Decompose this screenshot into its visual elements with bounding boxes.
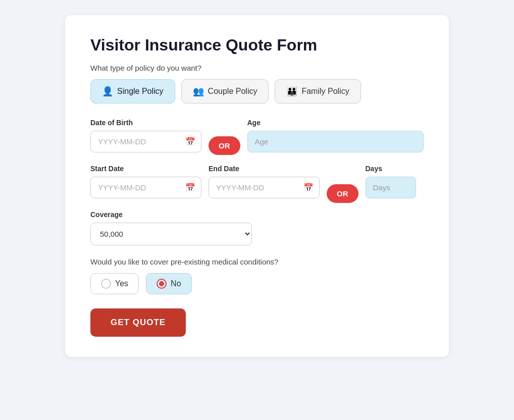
end-date-input[interactable] bbox=[209, 177, 320, 198]
radio-circle-yes bbox=[101, 279, 111, 289]
preexisting-question: Would you like to cover pre-existing med… bbox=[90, 257, 424, 266]
age-group: Age bbox=[247, 119, 424, 152]
family-person-icon: 👪 bbox=[286, 86, 297, 97]
couple-policy-label: Couple Policy bbox=[208, 87, 258, 96]
family-policy-label: Family Policy bbox=[301, 87, 349, 96]
dates-section: Start Date 📅 End Date 📅 OR Days bbox=[90, 165, 424, 198]
days-label: Days bbox=[366, 165, 416, 173]
dob-group: Date of Birth 📅 bbox=[90, 119, 201, 152]
start-date-input[interactable] bbox=[90, 177, 201, 198]
single-person-icon: 👤 bbox=[102, 86, 113, 97]
policy-btn-family[interactable]: 👪 Family Policy bbox=[275, 79, 361, 103]
couple-person-icon: 👥 bbox=[193, 86, 204, 97]
coverage-label: Coverage bbox=[90, 211, 424, 219]
policy-button-group: 👤 Single Policy 👥 Couple Policy 👪 Family… bbox=[90, 79, 424, 103]
dob-or-badge-wrapper: OR bbox=[209, 141, 240, 152]
form-title: Visitor Insurance Quote Form bbox=[90, 35, 424, 55]
end-date-wrapper: 📅 bbox=[209, 177, 320, 198]
dob-input-wrapper: 📅 bbox=[90, 131, 201, 152]
end-date-label: End Date bbox=[209, 165, 320, 173]
coverage-select[interactable]: 50,000 100,000 150,000 200,000 500,000 bbox=[90, 223, 252, 245]
get-quote-button[interactable]: GET QUOTE bbox=[90, 308, 186, 337]
policy-btn-couple[interactable]: 👥 Couple Policy bbox=[181, 79, 269, 103]
radio-option-no[interactable]: No bbox=[146, 273, 191, 294]
dob-age-row: Date of Birth 📅 OR Age bbox=[90, 119, 424, 152]
form-card: Visitor Insurance Quote Form What type o… bbox=[65, 15, 449, 357]
days-input[interactable] bbox=[366, 177, 416, 198]
start-date-group: Start Date 📅 bbox=[90, 165, 201, 198]
dob-input[interactable] bbox=[90, 131, 201, 152]
start-date-label: Start Date bbox=[90, 165, 201, 173]
start-date-wrapper: 📅 bbox=[90, 177, 201, 198]
radio-circle-no bbox=[157, 279, 167, 289]
dates-row: Start Date 📅 End Date 📅 OR Days bbox=[90, 165, 424, 198]
preexisting-section: Would you like to cover pre-existing med… bbox=[90, 257, 424, 294]
days-group: Days bbox=[366, 165, 416, 198]
preexisting-radio-group: Yes No bbox=[90, 273, 424, 294]
dob-label: Date of Birth bbox=[90, 119, 201, 127]
single-policy-label: Single Policy bbox=[117, 87, 164, 96]
radio-option-yes[interactable]: Yes bbox=[90, 273, 139, 294]
dob-or-badge: OR bbox=[209, 136, 240, 155]
dates-or-badge: OR bbox=[327, 184, 358, 203]
dates-or-badge-wrapper: OR bbox=[327, 177, 358, 198]
end-date-group: End Date 📅 bbox=[209, 165, 320, 198]
age-label: Age bbox=[247, 119, 424, 127]
radio-yes-label: Yes bbox=[115, 279, 128, 288]
age-input[interactable] bbox=[247, 131, 424, 152]
radio-no-label: No bbox=[171, 279, 181, 288]
policy-btn-single[interactable]: 👤 Single Policy bbox=[90, 79, 175, 103]
dob-age-section: Date of Birth 📅 OR Age bbox=[90, 119, 424, 152]
coverage-section: Coverage 50,000 100,000 150,000 200,000 … bbox=[90, 211, 424, 245]
policy-question: What type of policy do you want? bbox=[90, 64, 424, 72]
